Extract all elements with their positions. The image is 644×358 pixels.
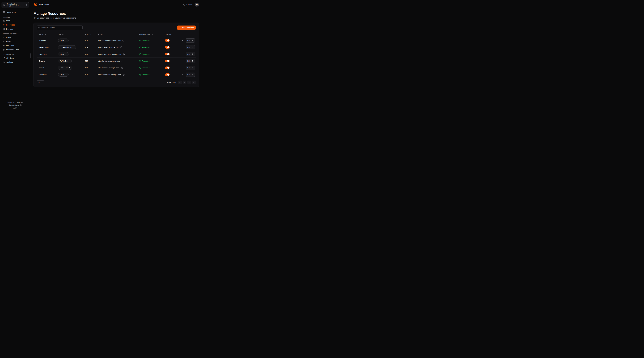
chevron-left-icon [184, 82, 186, 83]
table-row: Immich Home Lab TCP https://immich.examp… [37, 65, 196, 71]
access-cell: https://authentik.example.com [96, 39, 137, 42]
nav-section-label: GENERAL [3, 17, 28, 18]
external-arrow-icon [73, 47, 74, 48]
col-enabled: Enabled [163, 33, 178, 35]
resource-name: Immich [39, 67, 44, 69]
copy-icon[interactable] [120, 46, 122, 49]
site-cell: AWS VPC [56, 59, 83, 63]
authentication-cell: Protected [137, 53, 163, 55]
sidebar-item-label: API Keys [6, 57, 14, 59]
ellipsis-icon [182, 60, 184, 62]
site-link-button[interactable]: Office [58, 39, 68, 42]
row-menu-button[interactable] [181, 67, 184, 69]
sidebar-item-server-admin[interactable]: Server Admin [2, 10, 29, 15]
sort-by-authentication[interactable]: Authentication [139, 33, 153, 35]
edit-button[interactable]: Edit [186, 39, 195, 43]
copy-icon[interactable] [121, 60, 123, 62]
add-resource-button[interactable]: Add Resource [177, 26, 196, 30]
external-arrow-icon [65, 40, 67, 41]
row-menu-button[interactable] [181, 53, 184, 56]
arrow-right-icon [192, 40, 193, 41]
row-menu-button[interactable] [181, 73, 184, 76]
search-input[interactable] [41, 27, 81, 29]
shield-check-icon [139, 67, 141, 69]
protected-badge: Protected [139, 40, 150, 42]
chevron-right-icon [188, 82, 190, 83]
pangolin-logo-icon [34, 3, 37, 7]
site-link-button[interactable]: AWS VPC [58, 59, 72, 63]
enabled-toggle[interactable] [165, 67, 170, 69]
enabled-toggle[interactable] [165, 60, 170, 62]
prev-page-button[interactable] [183, 81, 186, 84]
resource-name-cell: Authentik [37, 40, 56, 42]
brand-name: PANGOLIN [39, 4, 50, 6]
mail-icon [3, 45, 5, 47]
row-menu-button[interactable] [181, 60, 184, 62]
sidebar-item-users[interactable]: Users [2, 35, 29, 40]
community-edition-link[interactable]: Community Edition [8, 101, 23, 103]
table-row: Bitwarden Office TCP https://bitwarden.e… [37, 51, 196, 58]
organization-selector[interactable]: Organization milo@fossorial.io's ... [2, 2, 29, 8]
access-cell: https://battery.example.com [96, 46, 137, 49]
site-link-button[interactable]: Office [58, 73, 68, 77]
copy-icon[interactable] [122, 74, 125, 76]
chevrons-right-icon [193, 82, 195, 83]
protected-badge: Protected [139, 67, 150, 69]
sort-by-name[interactable]: Name [39, 33, 46, 35]
gear-icon [3, 61, 5, 63]
enabled-toggle[interactable] [165, 39, 170, 42]
table-row: Battery Monitor Edge Device 01 TCP https… [37, 44, 196, 51]
next-page-button[interactable] [188, 81, 191, 84]
col-protocol: Protocol [83, 33, 96, 35]
copy-icon[interactable] [122, 53, 125, 56]
site-link-button[interactable]: Edge Device 01 [58, 45, 76, 49]
edit-button[interactable]: Edit [186, 45, 195, 49]
site-link-button[interactable]: Office [58, 52, 68, 56]
enabled-toggle[interactable] [165, 53, 170, 56]
resource-name: Battery Monitor [39, 46, 50, 48]
sidebar-item-shareable-links[interactable]: Shareable Links [2, 48, 29, 52]
avatar[interactable]: M [195, 3, 199, 7]
protected-badge: Protected [139, 53, 150, 55]
row-menu-button[interactable] [181, 46, 184, 49]
edit-button[interactable]: Edit [186, 73, 195, 77]
theme-selector[interactable]: System [183, 4, 192, 6]
sidebar-item-settings[interactable]: Settings [2, 60, 29, 64]
page-header: Manage Resources Create secure proxies t… [34, 12, 199, 19]
edit-button[interactable]: Edit [186, 59, 195, 63]
actions-cell: Edit [178, 39, 196, 43]
sidebar-item-invitations[interactable]: Invitations [2, 44, 29, 48]
first-page-button[interactable] [178, 81, 182, 84]
chevrons-up-down-icon [26, 4, 27, 6]
row-menu-button[interactable] [181, 39, 184, 42]
sidebar-scrollbar[interactable] [30, 53, 30, 58]
enabled-toggle[interactable] [165, 46, 170, 49]
topbar: PANGOLIN System M [34, 0, 199, 9]
enabled-toggle[interactable] [165, 73, 170, 76]
copy-icon[interactable] [122, 39, 124, 42]
access-url: https://immich.example.com [98, 67, 119, 69]
app-root: Organization milo@fossorial.io's ... Ser… [0, 0, 202, 111]
site-link-button[interactable]: Home Lab [58, 66, 72, 70]
page-size-select[interactable]: 20 [37, 80, 44, 84]
sort-by-site[interactable]: Site [58, 33, 64, 35]
last-page-button[interactable] [192, 81, 196, 84]
copy-icon[interactable] [120, 67, 123, 69]
edit-button[interactable]: Edit [186, 66, 195, 70]
server-icon [3, 11, 5, 14]
sidebar-item-api-keys[interactable]: API Keys [2, 56, 29, 60]
protected-badge: Protected [139, 46, 150, 48]
sidebar-item-resources[interactable]: Resources [2, 23, 29, 27]
enabled-cell [163, 73, 178, 76]
external-arrow-icon [65, 53, 67, 55]
sidebar-item-label: Domains [6, 28, 13, 30]
main-content: PANGOLIN System M Manage Resources Creat… [30, 0, 202, 111]
topbar-right: System M [183, 3, 199, 7]
sidebar-item-label: Users [6, 36, 11, 39]
sidebar-item-sites[interactable]: Sites [2, 19, 29, 23]
sidebar-item-roles[interactable]: Roles [2, 40, 29, 44]
user-icon [3, 36, 5, 39]
sidebar-item-domains[interactable]: Domains [2, 27, 29, 31]
edit-button[interactable]: Edit [186, 52, 195, 56]
documentation-link[interactable]: Documentation [9, 104, 22, 106]
